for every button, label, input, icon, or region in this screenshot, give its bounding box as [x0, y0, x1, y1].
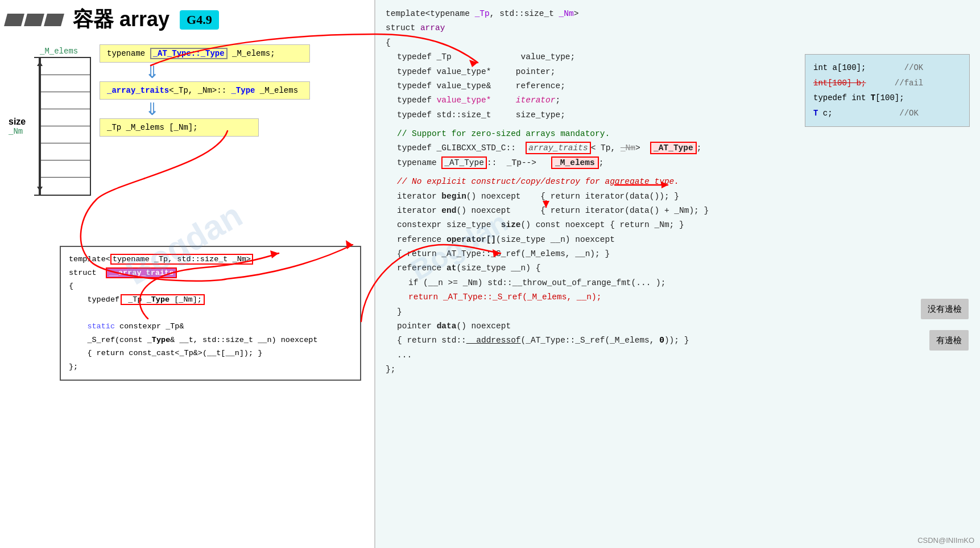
array-cell	[41, 75, 90, 92]
stripe-3	[44, 14, 64, 26]
code-at-return: return _AT_Type::_S_ref(_M_elems, __n);	[386, 290, 970, 304]
array-cell	[41, 109, 90, 126]
array-cell	[41, 58, 90, 75]
code-data: pointer data() noexcept	[386, 319, 970, 333]
csdn-label: CSDN@INIImKO	[917, 536, 974, 545]
tmpl-line-5	[69, 307, 352, 320]
code-at-close: }	[386, 305, 970, 319]
array-diagram: _M_elems size _Nm	[9, 47, 91, 196]
code-data-body: { return std::__addressof(_AT_Type::_S_r…	[386, 333, 970, 348]
code-line-2: struct array	[386, 21, 970, 35]
code-end: iterator end() noexcept { return iterato…	[386, 204, 970, 218]
stripe-2	[24, 14, 44, 26]
size-label: size	[9, 117, 26, 127]
version-badge: G4.9	[180, 10, 219, 30]
code-line-1: template<typename _Tp, std::size_t _Nm>	[386, 7, 970, 21]
tmpl-line-7: _S_ref(const _Type& __t, std::size_t __n…	[69, 333, 352, 347]
info-box: int a[100]; //OK int[100] b; //fail type…	[805, 54, 970, 127]
array-cell	[41, 126, 90, 143]
has-boundary-check-label: 有邊檢	[929, 330, 969, 351]
code-begin: iterator begin() noexcept { return itera…	[386, 189, 970, 204]
array-cell	[41, 143, 90, 160]
code-line-3: {	[386, 36, 970, 50]
code-comment-2: // No explicit construct/copy/destroy fo…	[386, 175, 970, 189]
tmpl-line-8: { return const_cast<_Tp&>(__t[__n]); }	[69, 347, 352, 360]
info-line-1: int a[100]; //OK	[813, 60, 961, 76]
tmpl-line-3: {	[69, 279, 352, 293]
code-size: constexpr size_type size() const noexcep…	[386, 218, 970, 232]
code-at-type: typedef _GLIBCXX_STD_C:: array_traits< T…	[386, 141, 970, 155]
array-cell	[41, 178, 90, 195]
code-m-elems: typename _AT_Type:: _Tp--> _M_elems;	[386, 156, 970, 170]
tmpl-line-2: struct __array_traits	[69, 266, 352, 280]
tmpl-line-9: };	[69, 360, 352, 374]
array-cells	[40, 57, 91, 196]
yellow-boxes-area: typename _AT_Type::_Type _M_elems; ⇓ _ar…	[100, 44, 355, 137]
yellow-box-2: _array_traits<_Tp, _Nm>:: _Type _M_elems	[100, 81, 310, 100]
tmpl-line-6: static constexpr _Tp&	[69, 320, 352, 333]
info-line-3: typedef int T[100];	[813, 90, 961, 106]
array-cell	[41, 92, 90, 109]
stripe-1	[4, 14, 24, 26]
header-area: 容器 array G4.9	[6, 6, 369, 34]
decorative-stripes	[6, 14, 63, 26]
code-comment-1: // Support for zero-sized arrays mandato…	[386, 127, 970, 141]
code-op-bracket-body: { return _AT_Type::_S_ref(_M_elems, __n)…	[386, 247, 970, 261]
code-close-brace: };	[386, 362, 970, 377]
right-panel: template<typename _Tp, std::size_t _Nm> …	[375, 0, 980, 548]
arrow-down-1: ⇓	[100, 63, 355, 81]
yellow-box-1: typename _AT_Type::_Type _M_elems;	[100, 44, 310, 63]
code-at: reference at(size_type __n) {	[386, 261, 970, 275]
code-ellipsis: ...	[386, 348, 970, 362]
nm-label: _Nm	[9, 127, 26, 136]
page-title: 容器 array	[73, 6, 169, 34]
template-struct-box: template<typename _Tp, std::size_t _Nm> …	[60, 246, 361, 381]
arrow-down-2: ⇓	[100, 100, 355, 118]
code-op-bracket: reference operator[](size_type __n) noex…	[386, 233, 970, 247]
code-at-if: if (__n >= _Nm) std::__throw_out_of_rang…	[386, 276, 970, 290]
info-line-4: T c; //OK	[813, 106, 961, 121]
yellow-box-3: _Tp _M_elems [_Nm];	[100, 118, 259, 137]
array-cell	[41, 160, 90, 178]
info-line-2: int[100] b; //fail	[813, 76, 961, 91]
tmpl-line-1: template<typename _Tp, std::size_t _Nm>	[69, 253, 352, 266]
no-boundary-check-label: 没有邊檢	[921, 299, 969, 319]
m-elems-label: _M_elems	[40, 47, 91, 56]
tmpl-line-4: typedef _Tp _Type [_Nm];	[69, 293, 352, 307]
left-panel: 容器 array G4.9 _M_elems size _Nm	[0, 0, 375, 548]
